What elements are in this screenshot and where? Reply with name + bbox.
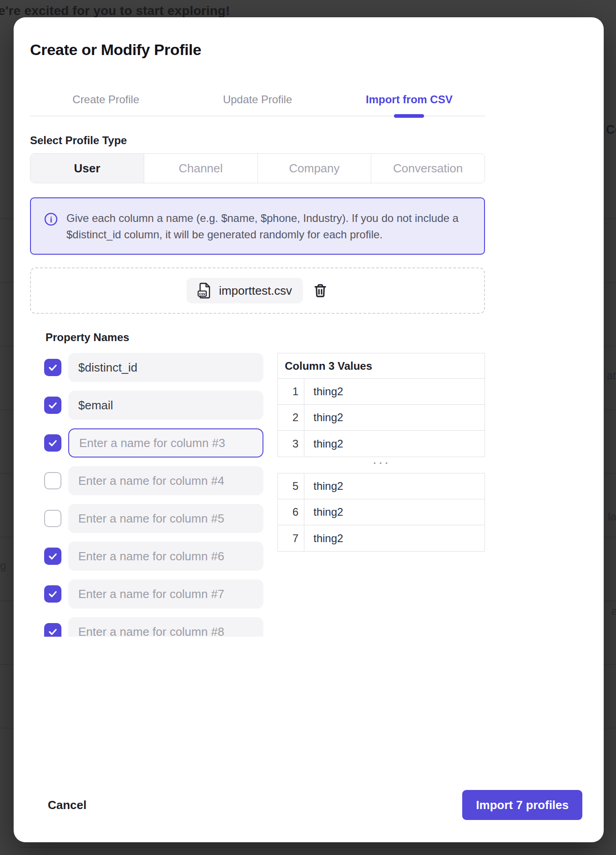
column-5-checkbox[interactable] xyxy=(44,510,61,527)
background-row-divider xyxy=(604,346,616,347)
column-6-name-input[interactable] xyxy=(68,542,263,571)
background-row-divider xyxy=(0,218,13,219)
background-row-divider xyxy=(604,537,616,538)
table-row: 7 thing2 xyxy=(278,525,485,551)
background-row-divider xyxy=(0,346,13,347)
background-banner-text: e're excited for you to start exploring! xyxy=(0,4,230,18)
row-value: thing2 xyxy=(304,525,485,551)
background-divider xyxy=(20,847,599,848)
background-row-divider xyxy=(604,664,616,665)
cancel-button[interactable]: Cancel xyxy=(48,790,86,820)
column-values-preview-table-continued: 5 thing2 6 thing2 7 thing2 xyxy=(278,473,485,552)
background-row-divider xyxy=(0,473,13,474)
background-fragment: Col xyxy=(606,123,616,137)
background-row-divider xyxy=(604,218,616,219)
svg-text:csv: csv xyxy=(199,292,206,296)
preview-table-header: Column 3 Values xyxy=(278,353,485,379)
info-banner-text: Give each column a name (e.g. $name, $ph… xyxy=(66,210,480,243)
property-row xyxy=(44,353,263,382)
column-1-name-input[interactable] xyxy=(68,353,263,382)
row-index: 6 xyxy=(278,499,304,525)
column-8-checkbox[interactable] xyxy=(44,623,61,637)
column-2-name-input[interactable] xyxy=(68,391,263,420)
trash-icon xyxy=(312,282,328,299)
property-row xyxy=(44,617,263,637)
column-1-checkbox[interactable] xyxy=(44,359,61,376)
row-value: thing2 xyxy=(304,405,485,430)
tab-create-profile[interactable]: Create Profile xyxy=(30,84,182,116)
profile-type-channel[interactable]: Channel xyxy=(144,154,258,183)
info-banner: i Give each column a name (e.g. $name, $… xyxy=(30,197,485,255)
column-values-preview-table: Column 3 Values 1 thing2 2 thing2 3 thin… xyxy=(278,353,485,457)
background-fragment: ata xyxy=(607,369,616,382)
background-fragment: g xyxy=(0,559,6,572)
property-row xyxy=(44,579,263,609)
info-icon: i xyxy=(44,212,58,228)
column-6-checkbox[interactable] xyxy=(44,548,61,565)
import-profiles-button[interactable]: Import 7 profiles xyxy=(462,790,582,820)
background-row-divider xyxy=(604,473,616,474)
property-row xyxy=(44,504,263,533)
column-7-checkbox[interactable] xyxy=(44,585,61,603)
background-row-divider xyxy=(604,600,616,601)
tab-update-profile[interactable]: Update Profile xyxy=(182,84,333,116)
tab-import-from-csv[interactable]: Import from CSV xyxy=(333,84,485,116)
svg-text:i: i xyxy=(50,215,52,224)
property-names-list xyxy=(44,353,263,637)
profile-type-user[interactable]: User xyxy=(30,154,144,183)
column-3-name-input[interactable] xyxy=(68,428,263,458)
create-or-modify-profile-dialog: Create or Modify Profile Create Profile … xyxy=(14,17,604,842)
row-index: 7 xyxy=(278,525,304,551)
profile-type-conversation[interactable]: Conversation xyxy=(371,154,485,183)
row-index: 1 xyxy=(278,379,304,404)
profile-type-label: Select Profile Type xyxy=(30,134,127,147)
profile-type-company[interactable]: Company xyxy=(258,154,372,183)
row-value: thing2 xyxy=(304,499,485,525)
csv-file-icon: csv xyxy=(197,282,212,299)
table-row: 2 thing2 xyxy=(278,405,485,431)
active-tab-indicator xyxy=(394,114,424,118)
background-row-divider xyxy=(604,728,616,729)
column-4-checkbox[interactable] xyxy=(44,472,61,489)
column-8-name-input[interactable] xyxy=(68,617,263,637)
column-5-name-input[interactable] xyxy=(68,504,263,533)
dialog-title: Create or Modify Profile xyxy=(30,41,201,59)
background-row-divider xyxy=(0,664,13,665)
uploaded-file-chip: csv importtest.csv xyxy=(187,278,303,303)
row-value: thing2 xyxy=(304,473,485,499)
table-row: 6 thing2 xyxy=(278,499,485,525)
background-fragment: lat xyxy=(608,510,616,523)
column-2-checkbox[interactable] xyxy=(44,397,61,414)
background-row-divider xyxy=(0,600,13,601)
property-row xyxy=(44,542,263,571)
uploaded-file-name: importtest.csv xyxy=(219,284,292,298)
background-row-divider xyxy=(0,537,13,538)
table-row: 1 thing2 xyxy=(278,379,485,405)
property-row xyxy=(44,466,263,495)
row-index: 2 xyxy=(278,405,304,430)
background-row-divider xyxy=(0,409,13,410)
property-names-label: Property Names xyxy=(45,331,129,344)
background-row-divider xyxy=(0,728,13,729)
row-index: 5 xyxy=(278,473,304,499)
table-row: 5 thing2 xyxy=(278,473,485,499)
profile-type-selector: User Channel Company Conversation xyxy=(30,153,485,183)
remove-file-button[interactable] xyxy=(312,282,328,299)
property-row xyxy=(44,391,263,420)
column-3-checkbox[interactable] xyxy=(44,434,61,452)
background-row-divider xyxy=(604,282,616,283)
column-7-name-input[interactable] xyxy=(68,579,263,609)
property-row xyxy=(44,428,263,458)
table-ellipsis: ··· xyxy=(278,453,485,471)
dialog-tabs: Create Profile Update Profile Import fro… xyxy=(30,84,485,116)
background-row-divider xyxy=(604,409,616,410)
background-row-divider xyxy=(0,282,13,283)
csv-dropzone[interactable]: csv importtest.csv xyxy=(30,267,485,314)
row-value: thing2 xyxy=(304,379,485,404)
background-fragment: a xyxy=(611,605,616,618)
column-4-name-input[interactable] xyxy=(68,466,263,495)
